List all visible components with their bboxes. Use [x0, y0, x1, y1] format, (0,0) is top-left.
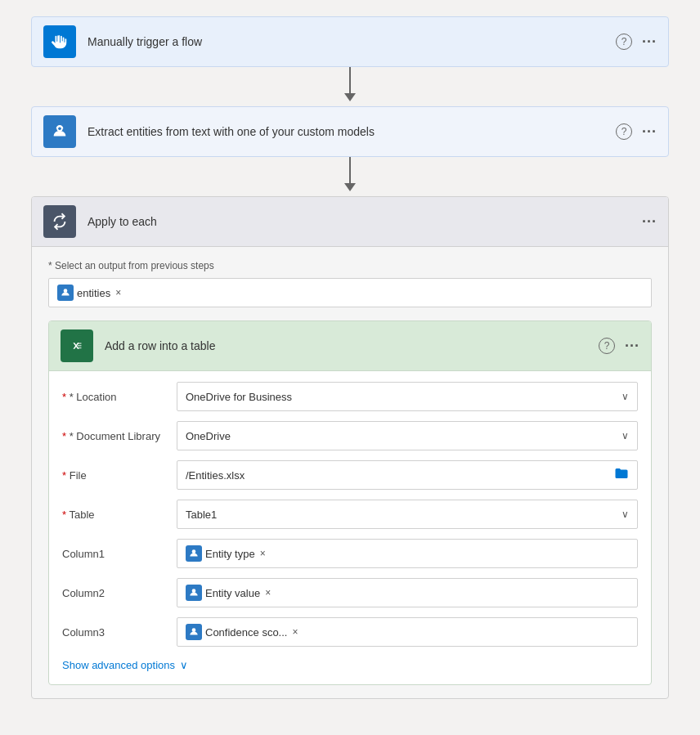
col3-label: Column3: [62, 626, 177, 639]
trigger-card: Manually trigger a flow ? ···: [31, 16, 669, 67]
location-dropdown[interactable]: OneDrive for Business ∨: [177, 382, 638, 411]
add-row-title: Add a row into a table: [105, 339, 599, 352]
col2-close-button[interactable]: ×: [265, 587, 271, 598]
table-row: * Table Table1 ∨: [62, 499, 638, 530]
tag-close-button[interactable]: ×: [115, 287, 121, 298]
trigger-more-icon[interactable]: ···: [642, 34, 657, 51]
col1-tag: Entity type ×: [186, 545, 266, 562]
svg-point-8: [192, 589, 196, 593]
col2-input[interactable]: Entity value ×: [177, 578, 638, 607]
add-row-card: Add a row into a table ? ··· * * Locatio…: [48, 320, 652, 685]
col2-label: Column2: [62, 587, 177, 599]
col3-row: Column3 Confidence sco...: [62, 616, 638, 648]
tag-icon: [57, 285, 74, 301]
apply-each-actions: ···: [642, 213, 657, 231]
col3-tag-text: Confidence sco...: [205, 626, 287, 639]
connector-line-2: [349, 157, 351, 183]
file-value: /Entities.xlsx: [186, 469, 245, 482]
svg-point-9: [192, 628, 196, 632]
svg-rect-5: [78, 345, 82, 346]
svg-point-7: [192, 549, 196, 553]
show-advanced-label: Show advanced options: [62, 659, 175, 671]
select-output-label: * Select an output from previous steps: [48, 260, 652, 271]
doc-library-row: * * Document Library OneDrive ∨: [62, 420, 638, 451]
col3-tag: Confidence sco... ×: [186, 624, 298, 640]
trigger-title: Manually trigger a flow: [88, 35, 616, 48]
extract-actions: ? ···: [616, 123, 657, 141]
location-chevron: ∨: [621, 391, 629, 402]
flow-container: Manually trigger a flow ? ··· Extract en…: [16, 16, 684, 699]
apply-each-body: * Select an output from previous steps e…: [32, 247, 668, 698]
doc-library-label: * * Document Library: [62, 430, 177, 442]
svg-rect-4: [78, 343, 82, 343]
apply-each-more-icon[interactable]: ···: [642, 213, 657, 231]
doc-library-dropdown[interactable]: OneDrive ∨: [177, 421, 638, 450]
col1-label: Column1: [62, 548, 177, 560]
trigger-actions: ? ···: [616, 34, 657, 51]
add-row-header: Add a row into a table ? ···: [49, 321, 651, 371]
extract-icon: [43, 115, 76, 148]
trigger-icon: [43, 25, 76, 58]
svg-rect-6: [78, 347, 82, 348]
col3-close-button[interactable]: ×: [292, 626, 298, 638]
col2-tag: Entity value ×: [186, 585, 271, 601]
table-value: Table1: [186, 509, 217, 521]
file-row: * File /Entities.xlsx: [62, 459, 638, 491]
extract-help-icon[interactable]: ?: [616, 123, 632, 140]
add-row-body: * * Location OneDrive for Business ∨ * *…: [49, 371, 651, 684]
file-label: * File: [62, 469, 177, 482]
doc-library-chevron: ∨: [621, 430, 629, 441]
col1-tag-text: Entity type: [205, 548, 255, 560]
connector-arrow-2: [344, 183, 356, 191]
chevron-down-icon: ∨: [180, 659, 188, 671]
table-chevron: ∨: [621, 509, 629, 520]
doc-library-value: OneDrive: [186, 430, 231, 442]
extract-card: Extract entities from text with one of y…: [31, 106, 669, 157]
add-row-more-icon[interactable]: ···: [625, 338, 639, 355]
tag-input[interactable]: entities ×: [48, 278, 652, 307]
col2-tag-text: Entity value: [205, 587, 260, 599]
table-dropdown[interactable]: Table1 ∨: [177, 500, 638, 529]
location-row: * * Location OneDrive for Business ∨: [62, 381, 638, 412]
extract-more-icon[interactable]: ···: [642, 123, 657, 141]
connector-2: [344, 157, 356, 196]
connector-line-1: [349, 67, 351, 93]
location-value: OneDrive for Business: [186, 391, 292, 403]
connector-arrow-1: [344, 93, 356, 101]
col1-close-button[interactable]: ×: [260, 548, 266, 559]
col1-tag-icon: [186, 545, 202, 562]
apply-each-title: Apply to each: [88, 215, 642, 228]
apply-each-icon: [43, 205, 76, 238]
extract-title: Extract entities from text with one of y…: [88, 125, 616, 138]
col3-input[interactable]: Confidence sco... ×: [177, 617, 638, 647]
col1-input[interactable]: Entity type ×: [177, 539, 638, 568]
add-row-help-icon[interactable]: ?: [599, 338, 615, 354]
location-label: * * Location: [62, 391, 177, 403]
folder-icon: [614, 467, 629, 483]
svg-point-2: [64, 289, 68, 293]
table-label: * Table: [62, 509, 177, 521]
connector-1: [344, 67, 356, 106]
col3-tag-icon: [186, 624, 202, 640]
apply-each-header: Apply to each ···: [32, 197, 668, 247]
file-input[interactable]: /Entities.xlsx: [177, 460, 638, 490]
excel-icon: [61, 329, 93, 362]
apply-each-container: Apply to each ··· * Select an output fro…: [31, 196, 669, 699]
trigger-help-icon[interactable]: ?: [616, 34, 632, 50]
col2-tag-icon: [186, 585, 202, 601]
col1-row: Column1 Entity type ×: [62, 538, 638, 569]
svg-point-1: [58, 128, 61, 131]
col2-row: Column2 Entity value ×: [62, 577, 638, 608]
show-advanced-button[interactable]: Show advanced options ∨: [62, 656, 638, 674]
entities-tag: entities ×: [57, 285, 121, 301]
add-row-actions: ? ···: [599, 338, 639, 355]
